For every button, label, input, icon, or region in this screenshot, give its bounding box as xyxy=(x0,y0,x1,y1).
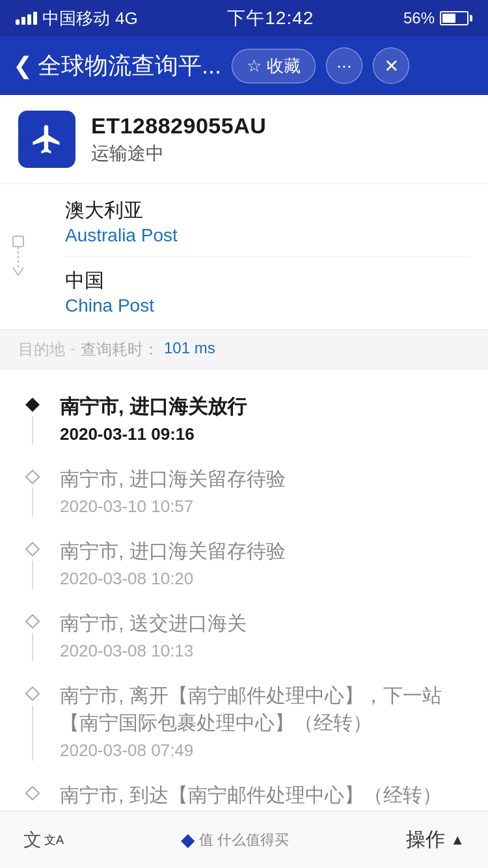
timeline-datetime: 2020-03-08 07:49 xyxy=(60,740,470,761)
timeline-item: 南宁市, 送交进口海关 2020-03-08 10:13 xyxy=(0,599,488,671)
timeline-content: 南宁市, 进口海关留存待验 2020-03-10 10:57 xyxy=(60,465,470,517)
carrier-name-au[interactable]: Australia Post xyxy=(65,225,470,246)
carrier-item-au: 澳大利亚 Australia Post xyxy=(65,197,470,246)
action-label: 操作 xyxy=(406,826,445,853)
timeline-item: 南宁市, 进口海关留存待验 2020-03-08 10:20 xyxy=(0,527,488,599)
meta-bar: 目的地 - 查询耗时： 101 ms xyxy=(0,330,488,370)
route-diagram xyxy=(0,197,52,316)
translate-icon: 文 xyxy=(23,828,42,852)
timeline-dot-active xyxy=(23,396,42,414)
timeline-event: 南宁市, 送交进口海关 xyxy=(60,610,470,637)
nav-title: 全球物流查询平... xyxy=(38,50,221,82)
timeline-datetime: 2020-03-10 10:57 xyxy=(60,496,470,517)
timeline-dot-inactive xyxy=(23,685,42,703)
meta-separator: - xyxy=(70,339,75,360)
translate-label: 文A xyxy=(44,832,64,848)
status-left: 中国移动 4G xyxy=(16,7,138,30)
action-button[interactable]: 操作 ▲ xyxy=(406,826,465,853)
translate-button[interactable]: 文 文A xyxy=(23,828,64,852)
timeline-content: 南宁市, 进口海关放行 2020-03-11 09:16 xyxy=(60,393,470,444)
battery-icon xyxy=(440,11,472,25)
timeline-dot-inactive xyxy=(23,784,42,802)
timeline-item: 南宁市, 进口海关留存待验 2020-03-10 10:57 xyxy=(0,455,488,527)
svg-marker-4 xyxy=(26,543,39,556)
close-button[interactable]: ✕ xyxy=(373,47,409,84)
carrier-item-cn: 中国 China Post xyxy=(65,267,470,316)
timeline: 南宁市, 进口海关放行 2020-03-11 09:16 南宁市, 进口海关留存… xyxy=(0,370,488,856)
svg-marker-6 xyxy=(26,687,39,700)
action-chevron-icon: ▲ xyxy=(450,832,465,848)
tracking-info: ET128829055AU 运输途中 xyxy=(91,113,266,166)
more-icon: ··· xyxy=(336,55,351,76)
back-button[interactable]: ❮ 全球物流查询平... xyxy=(13,50,221,82)
logo-text: 值 什么值得买 xyxy=(199,830,289,850)
tracking-icon-box xyxy=(18,111,75,168)
country-au: 澳大利亚 xyxy=(65,197,470,224)
diamond-icon: ◆ xyxy=(181,829,195,850)
tracking-header: ET128829055AU 运输途中 xyxy=(0,95,488,184)
timeline-datetime: 2020-03-11 09:16 xyxy=(60,424,470,444)
timeline-dot-inactive xyxy=(23,468,42,486)
timeline-event: 南宁市, 进口海关留存待验 xyxy=(60,465,470,493)
carrier-name-cn[interactable]: China Post xyxy=(65,295,470,316)
carrier-section: 澳大利亚 Australia Post 中国 China Post xyxy=(0,184,488,330)
timeline-content: 南宁市, 离开【南宁邮件处理中心】，下一站【南宁国际包裹处理中心】（经转） 20… xyxy=(60,682,470,761)
query-time: 101 ms xyxy=(164,339,215,360)
carrier-label: 中国移动 xyxy=(42,7,110,30)
battery-percent: 56% xyxy=(403,9,435,27)
timeline-datetime: 2020-03-08 10:20 xyxy=(60,569,470,589)
svg-marker-5 xyxy=(26,615,39,628)
country-cn: 中国 xyxy=(65,267,470,294)
bookmark-button[interactable]: ☆ 收藏 xyxy=(232,49,316,83)
timeline-left xyxy=(18,465,47,517)
bookmark-label: 收藏 xyxy=(267,55,301,77)
bottom-bar: 文 文A ◆ 值 什么值得买 操作 ▲ xyxy=(0,811,488,868)
time-label: 下午12:42 xyxy=(227,6,314,31)
timeline-dot-inactive xyxy=(23,612,42,631)
route-icon xyxy=(7,231,46,283)
timeline-content: 南宁市, 进口海关留存待验 2020-03-08 10:20 xyxy=(60,537,470,589)
tracking-status: 运输途中 xyxy=(91,141,266,166)
timeline-dot-inactive xyxy=(23,540,42,558)
timeline-event: 南宁市, 进口海关留存待验 xyxy=(60,537,470,565)
nav-actions: ☆ 收藏 ··· ✕ xyxy=(232,47,409,84)
network-label: 4G xyxy=(115,8,138,29)
svg-marker-3 xyxy=(26,470,39,483)
timeline-event: 南宁市, 离开【南宁邮件处理中心】，下一站【南宁国际包裹处理中心】（经转） xyxy=(60,682,470,737)
carrier-divider xyxy=(65,256,470,257)
timeline-item: 南宁市, 离开【南宁邮件处理中心】，下一站【南宁国际包裹处理中心】（经转） 20… xyxy=(0,671,488,771)
timeline-event: 南宁市, 进口海关放行 xyxy=(60,393,470,420)
more-button[interactable]: ··· xyxy=(326,47,362,84)
close-icon: ✕ xyxy=(384,55,399,77)
timeline-left xyxy=(18,682,47,761)
nav-bar: ❮ 全球物流查询平... ☆ 收藏 ··· ✕ xyxy=(0,36,488,95)
timeline-event: 南宁市, 到达【南宁邮件处理中心】（经转） xyxy=(60,781,470,809)
tracking-number: ET128829055AU xyxy=(91,113,266,139)
timeline-left xyxy=(18,393,47,444)
carrier-list: 澳大利亚 Australia Post 中国 China Post xyxy=(65,197,470,316)
timeline-item: 南宁市, 进口海关放行 2020-03-11 09:16 xyxy=(0,383,488,455)
timeline-left xyxy=(18,610,47,661)
plane-icon xyxy=(30,122,64,156)
timeline-datetime: 2020-03-08 10:13 xyxy=(60,641,470,661)
svg-marker-2 xyxy=(25,398,40,412)
svg-rect-0 xyxy=(13,236,23,247)
svg-marker-7 xyxy=(26,787,39,800)
signal-icon xyxy=(16,12,37,25)
timeline-left xyxy=(18,537,47,589)
logo-area: ◆ 值 什么值得买 xyxy=(181,829,289,850)
timeline-content: 南宁市, 送交进口海关 2020-03-08 10:13 xyxy=(60,610,470,661)
query-label: 查询耗时： xyxy=(81,339,159,360)
status-right: 56% xyxy=(403,9,472,27)
back-chevron-icon: ❮ xyxy=(13,52,33,79)
star-icon: ☆ xyxy=(247,56,262,76)
status-bar: 中国移动 4G 下午12:42 56% xyxy=(0,0,488,36)
destination-label: 目的地 xyxy=(18,339,65,360)
